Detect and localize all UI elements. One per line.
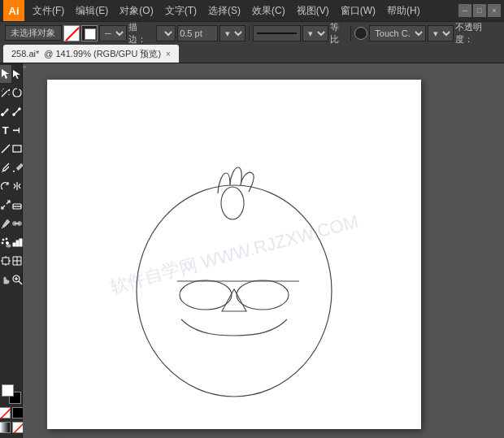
tool-row-1: [0, 65, 22, 83]
touch-select-2[interactable]: ▾: [428, 25, 454, 41]
symbol-sprayer-tool-btn[interactable]: [0, 233, 11, 251]
selection-tool-btn[interactable]: [0, 65, 11, 83]
svg-marker-3: [13, 70, 20, 79]
scale-tool-btn[interactable]: [0, 196, 11, 214]
svg-rect-14: [13, 145, 21, 152]
menu-edit[interactable]: 编辑(E): [71, 2, 113, 20]
paintbrush-tool-btn[interactable]: [0, 158, 11, 176]
menu-text[interactable]: 文字(T): [160, 2, 202, 20]
svg-point-50: [237, 280, 289, 310]
stroke-label: 描边：: [128, 21, 154, 46]
toolbar-divider-1: [249, 26, 250, 41]
stroke-type-select[interactable]: ─: [99, 25, 127, 41]
svg-point-9: [2, 114, 4, 116]
gradient-swatch[interactable]: [0, 422, 11, 433]
menu-view[interactable]: 视图(V): [292, 2, 334, 20]
svg-line-13: [2, 145, 10, 153]
none-swatch[interactable]: [12, 422, 24, 433]
svg-line-4: [2, 91, 7, 97]
line-segment-tool-btn[interactable]: [0, 140, 11, 158]
scroll-indicator: »: [23, 63, 29, 70]
tool-row-3: [0, 102, 22, 120]
line-preview: [253, 25, 301, 41]
direct-selection-tool-btn[interactable]: [11, 65, 23, 83]
menu-object[interactable]: 对象(O): [115, 2, 158, 20]
svg-point-26: [2, 239, 4, 241]
main-area: T T: [0, 63, 504, 438]
color-swatches: [0, 381, 25, 436]
close-button[interactable]: ×: [488, 4, 501, 17]
type-tool-btn[interactable]: T: [0, 121, 11, 139]
magic-wand-tool-btn[interactable]: [0, 84, 11, 102]
ratio-label: 等比: [330, 21, 347, 46]
lasso-tool-btn[interactable]: [11, 84, 23, 102]
zoom-tool-btn[interactable]: [11, 271, 23, 288]
tab-close-button[interactable]: ×: [166, 50, 171, 59]
blend-tool-btn[interactable]: [11, 215, 23, 232]
fg-color-swatch[interactable]: [2, 384, 14, 397]
touch-select[interactable]: Touch C...: [369, 25, 426, 41]
tool-row-7: [0, 177, 22, 195]
stroke-swatch-inner: [85, 28, 96, 40]
svg-marker-51: [222, 289, 246, 311]
menu-window[interactable]: 窗口(W): [336, 2, 380, 20]
artwork: [47, 80, 421, 429]
menu-file[interactable]: 文件(F): [28, 2, 69, 20]
svg-rect-33: [20, 239, 22, 246]
minimize-button[interactable]: ─: [458, 4, 471, 17]
tab-info: @ 141.99% (RGB/GPU 预览): [44, 48, 161, 60]
tool-row-11: [0, 252, 22, 270]
svg-line-43: [19, 281, 22, 284]
eyedropper-tool-btn[interactable]: [0, 215, 11, 232]
stroke-swatch-outer[interactable]: [81, 25, 98, 41]
rectangle-tool-btn[interactable]: [11, 140, 23, 158]
canvas-area[interactable]: 软件自学网 WWW.RJZXW.COM: [23, 63, 504, 438]
svg-point-48: [137, 185, 332, 397]
stroke-cap-select[interactable]: ⌒: [156, 25, 176, 41]
slice-tool-btn[interactable]: [11, 252, 23, 270]
stroke-none-swatch[interactable]: [0, 407, 11, 418]
svg-rect-34: [2, 258, 9, 264]
svg-marker-5: [7, 89, 10, 91]
gradient-swatches: [0, 422, 24, 433]
rotate-tool-btn[interactable]: [0, 177, 11, 195]
svg-point-53: [221, 187, 244, 219]
add-anchor-tool-btn[interactable]: [11, 102, 23, 120]
menu-bar: 文件(F) 编辑(E) 对象(O) 文字(T) 选择(S) 效果(C) 视图(V…: [28, 2, 455, 20]
svg-line-0: [66, 28, 79, 41]
svg-marker-16: [13, 171, 15, 171]
stroke-unit-select[interactable]: ▾: [219, 25, 245, 41]
menu-select[interactable]: 选择(S): [203, 2, 245, 20]
artboard-tool-btn[interactable]: [0, 252, 11, 270]
document-tab[interactable]: 258.ai* @ 141.99% (RGB/GPU 预览) ×: [3, 45, 179, 63]
column-graph-tool-btn[interactable]: [11, 233, 23, 251]
vertical-type-tool-btn[interactable]: T: [11, 121, 23, 139]
tool-row-5: [0, 140, 22, 158]
pencil-tool-btn[interactable]: [11, 158, 23, 176]
none-swatches: [0, 407, 24, 418]
tool-row-2: [0, 84, 22, 102]
fill-swatch[interactable]: [63, 25, 80, 41]
stroke-width-input[interactable]: [177, 25, 218, 41]
fg-bg-swatches[interactable]: [2, 384, 21, 404]
line-style-select[interactable]: ▾: [302, 25, 328, 41]
svg-point-49: [180, 280, 232, 310]
maximize-button[interactable]: □: [473, 4, 486, 17]
svg-point-10: [13, 114, 15, 115]
canvas: 软件自学网 WWW.RJZXW.COM: [47, 80, 421, 429]
menu-effect[interactable]: 效果(C): [247, 2, 290, 20]
pen-tool-btn[interactable]: [0, 102, 11, 120]
tool-row-8: [0, 196, 22, 214]
fill-black-swatch[interactable]: [12, 407, 24, 418]
toolbar: 未选择对象 ─ 描边： ⌒ ▾ ▾ 等比: [0, 21, 504, 44]
toolbar-divider-2: [350, 26, 351, 41]
menu-help[interactable]: 帮助(H): [382, 2, 425, 20]
color-mode-swatch[interactable]: [354, 27, 367, 40]
eraser-tool-btn[interactable]: [11, 196, 23, 214]
opacity-label: 不透明度：: [455, 21, 499, 46]
svg-point-29: [7, 242, 9, 245]
hand-tool-btn[interactable]: [0, 271, 11, 288]
svg-rect-15: [16, 163, 23, 170]
svg-rect-30: [7, 245, 11, 247]
mirror-tool-btn[interactable]: [11, 177, 23, 195]
